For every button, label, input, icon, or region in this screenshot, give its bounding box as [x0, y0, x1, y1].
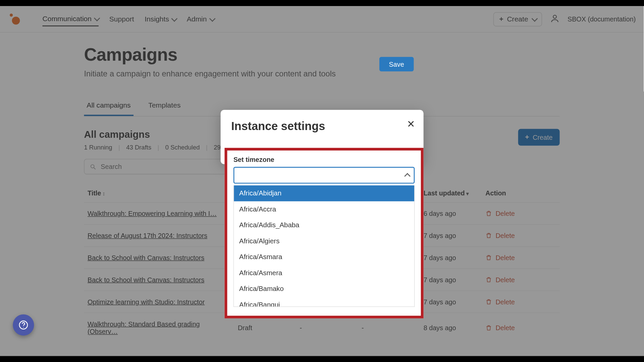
- save-button[interactable]: Save: [379, 57, 414, 71]
- timezone-option[interactable]: Africa/Accra: [234, 201, 414, 217]
- modal-close-button[interactable]: ✕: [407, 119, 415, 130]
- chevron-up-icon[interactable]: [405, 173, 411, 179]
- timezone-option[interactable]: Africa/Algiers: [234, 233, 414, 249]
- timezone-section-highlight: Set timezone Africa/AbidjanAfrica/AccraA…: [225, 148, 424, 318]
- svg-point-4: [23, 327, 24, 327]
- timezone-option[interactable]: Africa/Addis_Ababa: [234, 217, 414, 233]
- help-button[interactable]: [13, 314, 34, 336]
- timezone-label: Set timezone: [233, 156, 415, 163]
- timezone-input[interactable]: [239, 172, 405, 179]
- timezone-option[interactable]: Africa/Asmara: [234, 249, 414, 265]
- help-icon: [18, 320, 28, 330]
- modal-title: Instance settings: [231, 120, 413, 133]
- timezone-option[interactable]: Africa/Bangui: [234, 297, 414, 307]
- timezone-options-list: Africa/AbidjanAfrica/AccraAfrica/Addis_A…: [233, 185, 415, 307]
- timezone-option[interactable]: Africa/Bamako: [234, 281, 414, 297]
- timezone-option[interactable]: Africa/Abidjan: [234, 185, 414, 201]
- timezone-option[interactable]: Africa/Asmera: [234, 265, 414, 281]
- timezone-combobox[interactable]: [233, 167, 415, 184]
